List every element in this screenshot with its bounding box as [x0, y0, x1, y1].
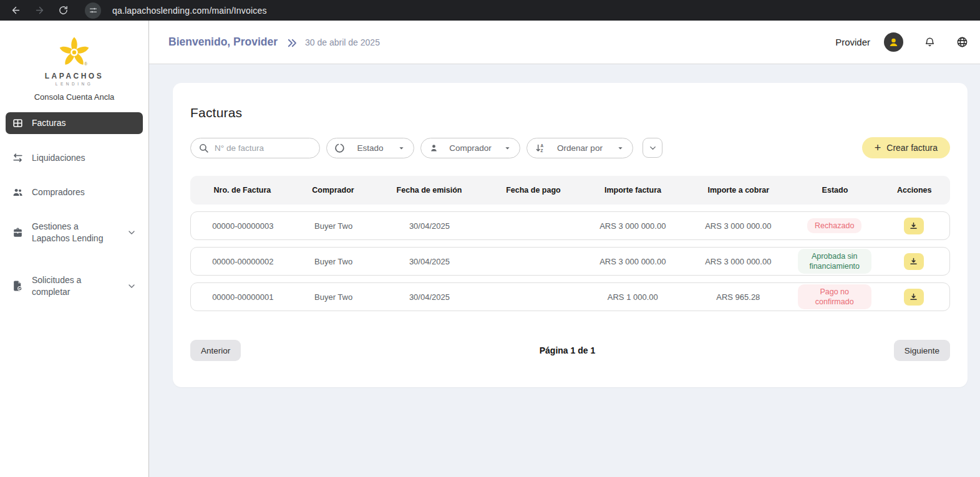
flower-logo-icon: ®: [54, 34, 94, 70]
receivable-amount: ARS 3 000 000.00: [686, 221, 791, 231]
invoice-number: 00000-00000001: [191, 292, 295, 302]
more-filters-button[interactable]: [643, 138, 662, 158]
download-invoice-button[interactable]: [904, 253, 924, 270]
status-badge: Rechazado: [807, 218, 861, 233]
download-icon: [909, 221, 918, 231]
sidebar-item-label: Solicitudes a completar: [32, 274, 119, 298]
person-icon: [887, 36, 900, 49]
invoices-table: Nro. de Factura Comprador Fecha de emisi…: [190, 176, 950, 311]
pagination: Anterior Página 1 de 1 Siguiente: [190, 340, 950, 361]
issue-date: 30/04/2025: [372, 221, 487, 231]
receivable-amount: ARS 965.28: [686, 292, 791, 302]
browser-back-button[interactable]: [6, 1, 25, 20]
chevron-down-icon: [127, 281, 137, 291]
previous-page-button[interactable]: Anterior: [190, 340, 241, 361]
address-bar[interactable]: qa.lapachoslending.com/main/Invoices: [112, 6, 267, 16]
content-area: Facturas Estado: [149, 64, 980, 477]
column-header: Nro. de Factura: [190, 186, 294, 195]
browser-reload-button[interactable]: [54, 1, 72, 20]
ordenar-filter-label: Ordenar por: [557, 143, 603, 153]
chevron-down-icon: [127, 228, 137, 238]
page-indicator: Página 1 de 1: [241, 345, 893, 355]
notifications-button[interactable]: [924, 36, 936, 48]
globe-icon: [956, 36, 968, 48]
filters-toolbar: Estado Comprador: [190, 137, 950, 158]
svg-text:Z: Z: [541, 148, 543, 152]
sort-az-icon: AZ: [535, 143, 545, 153]
caret-down-icon: [397, 143, 406, 153]
column-header: Fecha de pago: [487, 186, 580, 195]
column-header: Estado: [791, 186, 878, 195]
ordenar-filter[interactable]: AZ Ordenar por: [526, 138, 633, 158]
back-arrow-icon: [11, 5, 21, 16]
issue-date: 30/04/2025: [372, 292, 487, 302]
invoice-amount: ARS 1 000.00: [580, 292, 686, 302]
create-invoice-button[interactable]: + Crear factura: [862, 137, 950, 158]
document-check-icon: [12, 280, 24, 292]
invoice-search[interactable]: [190, 138, 320, 158]
sidebar-item-liquidaciones[interactable]: Liquidaciones: [6, 147, 143, 169]
download-invoice-button[interactable]: [904, 289, 924, 306]
next-page-button[interactable]: Siguiente: [894, 340, 950, 361]
column-header: Comprador: [294, 186, 372, 195]
caret-down-icon: [616, 143, 625, 153]
console-label: Consola Cuenta Ancla: [6, 92, 143, 102]
language-button[interactable]: [956, 36, 968, 48]
svg-text:®: ®: [84, 62, 87, 66]
forward-arrow-icon: [34, 5, 45, 16]
welcome-text: Bienvenido, Provider: [168, 36, 278, 49]
issue-date: 30/04/2025: [372, 257, 487, 266]
header-date: 30 de abril de 2025: [305, 37, 380, 47]
person-icon: [429, 143, 439, 153]
search-input[interactable]: [215, 143, 308, 153]
site-settings-button[interactable]: [85, 2, 101, 19]
estado-filter[interactable]: Estado: [326, 138, 414, 158]
brand-logo: ® LAPACHOS LENDING Consola Cuenta Ancla: [6, 34, 143, 102]
column-header: Importe a cobrar: [686, 186, 791, 195]
bell-icon: [924, 36, 936, 48]
invoice-amount: ARS 3 000 000.00: [580, 221, 686, 231]
table-row: 00000-00000001 Buyer Two 30/04/2025 ARS …: [190, 282, 950, 311]
brand-name: LAPACHOS: [6, 72, 143, 80]
invoice-amount: ARS 3 000 000.00: [580, 257, 686, 266]
invoice-number: 00000-00000002: [191, 257, 295, 266]
invoices-card: Facturas Estado: [173, 83, 968, 387]
top-header: Bienvenido, Provider 30 de abril de 2025…: [149, 21, 980, 64]
reload-icon: [58, 5, 69, 16]
sidebar: ® LAPACHOS LENDING Consola Cuenta Ancla …: [0, 21, 149, 477]
comprador-filter-label: Comprador: [449, 143, 492, 153]
download-icon: [909, 257, 918, 266]
sidebar-nav: Facturas Liquidaciones Compradores Gesti…: [6, 112, 143, 303]
browser-forward-button[interactable]: [30, 1, 49, 20]
page-title: Facturas: [190, 105, 950, 120]
download-icon: [909, 292, 918, 302]
receivable-amount: ARS 3 000 000.00: [686, 257, 791, 266]
caret-down-icon: [503, 143, 512, 153]
column-header: Acciones: [878, 186, 949, 195]
status-circle-icon: [334, 143, 345, 153]
estado-filter-label: Estado: [357, 143, 383, 153]
chevron-down-icon: [648, 143, 657, 153]
browser-toolbar: qa.lapachoslending.com/main/Invoices: [0, 0, 980, 21]
download-invoice-button[interactable]: [904, 218, 924, 234]
table-header-row: Nro. de Factura Comprador Fecha de emisi…: [190, 176, 950, 205]
avatar[interactable]: [884, 32, 903, 52]
table-row: 00000-00000003 Buyer Two 30/04/2025 ARS …: [190, 211, 950, 240]
status-badge: Pago no confirmado: [798, 284, 871, 310]
sidebar-item-facturas[interactable]: Facturas: [6, 112, 143, 134]
column-header: Importe factura: [580, 186, 686, 195]
status-badge: Aprobada sin financiamiento: [798, 249, 871, 274]
user-name: Provider: [835, 37, 870, 47]
invoice-number: 00000-00000003: [191, 221, 295, 231]
plus-icon: +: [875, 142, 881, 153]
comprador-filter[interactable]: Comprador: [420, 138, 520, 158]
grid-icon: [12, 117, 24, 129]
sidebar-item-compradores[interactable]: Compradores: [6, 181, 143, 203]
sidebar-item-gestiones[interactable]: Gestiones a Lapachos Lending: [6, 216, 143, 249]
swap-arrows-icon: [12, 152, 24, 164]
buyer-name: Buyer Two: [295, 257, 372, 266]
sidebar-item-solicitudes[interactable]: Solicitudes a completar: [6, 269, 143, 303]
buyer-name: Buyer Two: [295, 221, 372, 231]
double-chevron-icon: [286, 37, 298, 49]
svg-text:A: A: [541, 143, 544, 148]
